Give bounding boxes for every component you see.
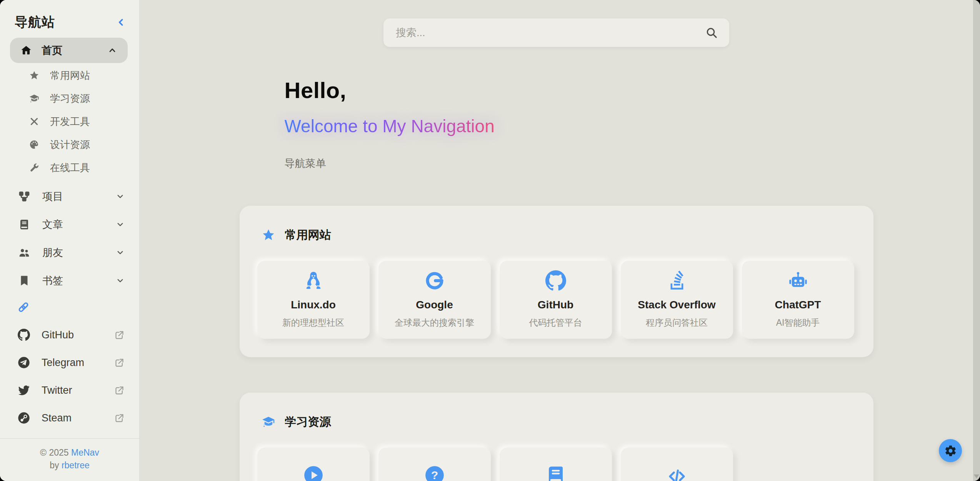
sidebar-group-label: 朋友 [42, 246, 63, 260]
sidebar-social-item[interactable]: GitHub [0, 321, 139, 349]
external-link-icon [114, 330, 125, 340]
section-title: 常用网站 [285, 227, 331, 243]
sidebar-links-divider[interactable] [0, 295, 139, 320]
footer-author-link[interactable]: rbetree [62, 460, 90, 470]
section-title: 学习资源 [285, 414, 331, 430]
sidebar-collapse-button[interactable] [116, 17, 126, 27]
site-card[interactable]: Linux.do 新的理想型社区 [257, 261, 370, 339]
github-icon [545, 270, 566, 291]
sidebar-group-label: 文章 [42, 218, 63, 231]
site-card[interactable]: 掘金 [500, 448, 612, 481]
site-description: 新的理想型社区 [282, 317, 344, 329]
sidebar-social-item[interactable]: Twitter [0, 376, 139, 404]
graduation-cap-icon [262, 415, 275, 428]
search-icon[interactable] [705, 27, 718, 39]
site-name: Google [416, 299, 453, 311]
site-card[interactable]: ChatGPT AI智能助手 [742, 261, 854, 339]
diagram-icon [18, 191, 30, 202]
chevron-down-icon [116, 248, 125, 257]
external-link-icon [114, 413, 125, 423]
star-icon [29, 70, 39, 80]
sidebar-item-label: 首页 [42, 43, 62, 57]
github-icon [18, 329, 30, 341]
external-link-icon [114, 358, 125, 368]
chevron-up-icon [108, 46, 117, 55]
stackoverflow-icon [667, 270, 687, 291]
wrench-icon [29, 163, 39, 173]
sidebar-footer: © 2025 MeNav by rbetree [0, 438, 139, 481]
sidebar-subitem-label: 在线工具 [50, 161, 90, 175]
sidebar-subitem[interactable]: 设计资源 [0, 133, 139, 156]
footer-copyright: © 2025 MeNav [3, 446, 136, 459]
tools-icon [29, 117, 39, 126]
sidebar-subitem[interactable]: 在线工具 [0, 156, 139, 179]
palette-icon [29, 140, 39, 150]
settings-button[interactable] [939, 439, 962, 462]
robot-icon [788, 270, 808, 291]
site-card[interactable]: 哔哩哔哩 [257, 448, 370, 481]
sidebar-subitem[interactable]: 学习资源 [0, 87, 139, 110]
sidebar-group-label: 项目 [42, 190, 63, 203]
site-description: 全球最大的搜索引擎 [395, 317, 474, 329]
category-section: 学习资源 哔哩哔哩 ? 知乎 掘金 [240, 393, 873, 481]
app-window: 导航站 首页 常用网站学习资源开发工具设计资源在线工具 项目文章朋友书签 [0, 0, 980, 481]
chevron-down-icon [116, 220, 125, 229]
linux-icon [303, 270, 324, 291]
sidebar-social-label: Telegram [42, 357, 84, 369]
code-icon [667, 466, 687, 481]
site-card[interactable]: GitHub 代码托管平台 [500, 261, 612, 339]
book-icon [545, 465, 566, 481]
graduation-cap-icon [29, 93, 39, 103]
sidebar: 导航站 首页 常用网站学习资源开发工具设计资源在线工具 项目文章朋友书签 [0, 0, 140, 481]
sidebar-social-label: Twitter [42, 384, 72, 396]
site-card[interactable]: Stack Overflow 程序员问答社区 [621, 261, 733, 339]
site-description: AI智能助手 [776, 317, 820, 329]
sidebar-subitem[interactable]: 开发工具 [0, 110, 139, 133]
scrollbar-down-arrow[interactable] [974, 474, 979, 478]
sidebar-social-label: GitHub [42, 329, 74, 341]
sidebar-group-item[interactable]: 项目 [0, 182, 139, 210]
link-icon [17, 301, 30, 314]
hero-welcome: Welcome to My Navigation [285, 116, 495, 136]
site-name: ChatGPT [775, 299, 821, 311]
sidebar-group-list: 项目文章朋友书签 [0, 182, 139, 295]
sidebar-subitem-label: 学习资源 [50, 92, 90, 105]
search-input[interactable] [395, 27, 705, 39]
search-bar [383, 18, 729, 47]
main-content: Hello, Welcome to My Navigation 导航菜单 常用网… [140, 0, 980, 481]
scrollbar[interactable] [973, 0, 980, 481]
site-card[interactable]: Google 全球最大的搜索引擎 [378, 261, 491, 339]
gear-icon [944, 444, 957, 457]
sidebar-social-label: Steam [42, 412, 72, 424]
sections-wrapper: 常用网站 Linux.do 新的理想型社区 Google 全球最大的搜索引擎 G… [240, 206, 873, 481]
site-card-grid: 哔哩哔哩 ? 知乎 掘金 LeetCode [257, 448, 856, 481]
steam-icon [18, 412, 30, 424]
sidebar-group-label: 书签 [42, 274, 63, 288]
footer-brand-link[interactable]: MeNav [71, 448, 99, 458]
chevron-down-icon [116, 192, 125, 201]
sidebar-item-home[interactable]: 首页 [10, 38, 128, 63]
twitter-icon [18, 384, 30, 396]
sidebar-group-item[interactable]: 书签 [0, 266, 139, 295]
sidebar-group-item[interactable]: 文章 [0, 210, 139, 238]
site-card[interactable]: LeetCode [621, 448, 733, 481]
sidebar-social-item[interactable]: Steam [0, 404, 139, 432]
app-title: 导航站 [15, 13, 55, 31]
sidebar-subitem[interactable]: 常用网站 [0, 64, 139, 87]
svg-text:?: ? [431, 469, 438, 481]
site-name: Stack Overflow [638, 299, 715, 311]
site-name: Linux.do [291, 299, 336, 311]
star-icon [262, 228, 275, 241]
sidebar-social-list: GitHubTelegramTwitterSteam [0, 321, 139, 432]
sidebar-social-item[interactable]: Telegram [0, 349, 139, 376]
site-card[interactable]: ? 知乎 [378, 448, 491, 481]
users-icon [18, 247, 30, 258]
section-header: 常用网站 [257, 227, 856, 243]
footer-copyright-text: © 2025 [40, 448, 71, 458]
book-icon [18, 219, 30, 230]
sidebar-group-item[interactable]: 朋友 [0, 238, 139, 266]
bookmark-icon [18, 275, 30, 286]
section-header: 学习资源 [257, 414, 856, 430]
telegram-icon [18, 356, 30, 369]
hero: Hello, Welcome to My Navigation 导航菜单 [240, 79, 873, 170]
